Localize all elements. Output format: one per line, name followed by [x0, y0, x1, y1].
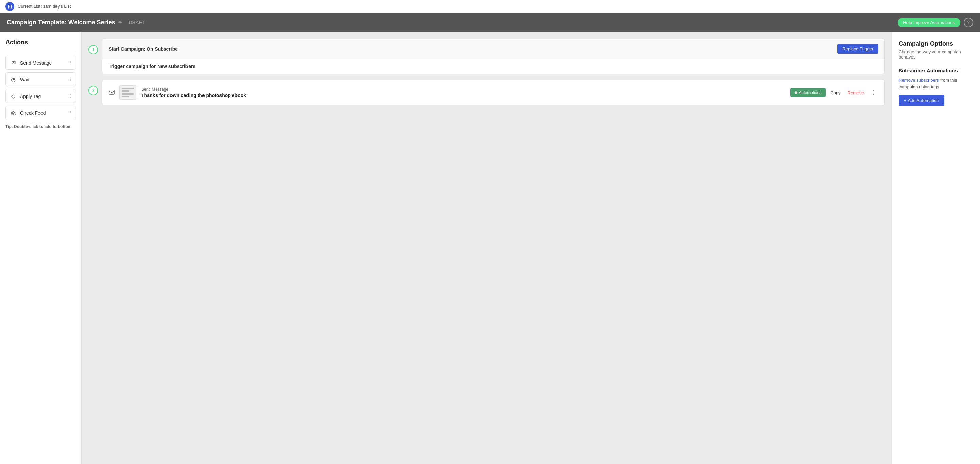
drag-handle-send-message: ⠿ — [68, 60, 72, 66]
sidebar-tip: Tip: Double-click to add to bottom — [5, 124, 76, 129]
apply-tag-icon: ◇ — [10, 93, 17, 99]
step-row-2: 2 Send Message: Thanks for downloadi — [89, 79, 885, 105]
automations-dot — [795, 91, 797, 94]
tip-text: Double-click to add to bottom — [13, 124, 72, 129]
wait-label: Wait — [20, 77, 29, 82]
campaign-title-bold: Template: Welcome Series — [38, 19, 115, 26]
thumb-line-1 — [122, 88, 134, 89]
trigger-body-bold: New subscribers — [157, 64, 195, 69]
top-bar: (() Current List: sam dey's List — [0, 0, 980, 13]
step2-actions: Automations Copy Remove ⋮ — [791, 88, 878, 97]
drag-handle-check-feed: ⠿ — [68, 110, 72, 116]
step-card-1-body: Trigger campaign for New subscribers — [102, 59, 885, 74]
apply-tag-label: Apply Tag — [20, 94, 41, 99]
sidebar-item-left: ✉ Send Message — [10, 60, 52, 66]
step-row-1: 1 Start Campaign: On Subscribe Replace T… — [89, 39, 885, 74]
add-automation-button[interactable]: + Add Automation — [899, 95, 944, 106]
sidebar-item-apply-tag[interactable]: ◇ Apply Tag ⠿ — [5, 89, 76, 103]
trigger-bold: On Subscribe — [147, 46, 178, 52]
drag-handle-wait: ⠿ — [68, 77, 72, 82]
sidebar-item-wait[interactable]: ◔ Wait ⠿ — [5, 73, 76, 86]
sidebar-item-check-feed[interactable]: Check Feed ⠿ — [5, 106, 76, 120]
check-feed-label: Check Feed — [20, 110, 46, 116]
canvas: 1 Start Campaign: On Subscribe Replace T… — [82, 32, 891, 464]
header-left: Campaign Template: Welcome Series ✏ DRAF… — [7, 19, 145, 26]
send-message-icon: ✉ — [10, 60, 17, 66]
sidebar-item-left: Check Feed — [10, 110, 46, 116]
drag-handle-apply-tag: ⠿ — [68, 94, 72, 99]
step-number-2: 2 — [89, 86, 98, 95]
step-card-2: Send Message: Thanks for downloading the… — [102, 79, 885, 105]
app-logo: (() — [5, 2, 14, 11]
more-button[interactable]: ⋮ — [869, 88, 878, 97]
step-card-1: Start Campaign: On Subscribe Replace Tri… — [102, 39, 885, 74]
logo-text: (() — [8, 4, 12, 9]
campaign-prefix: Campaign — [7, 19, 37, 26]
svg-rect-1 — [109, 90, 115, 94]
replace-trigger-button[interactable]: Replace Trigger — [837, 44, 878, 54]
tip-prefix: Tip: — [5, 124, 13, 129]
remove-button[interactable]: Remove — [846, 89, 866, 97]
right-panel-subtitle: Change the way your campaign behaves — [899, 49, 973, 60]
right-panel: Campaign Options Change the way your cam… — [891, 32, 980, 464]
trigger-body-prefix: Trigger campaign for — [108, 64, 157, 69]
question-button[interactable]: ? — [964, 18, 973, 27]
sidebar-item-left: ◔ Wait — [10, 76, 29, 83]
header-title: Campaign Template: Welcome Series — [7, 19, 115, 26]
wait-icon: ◔ — [10, 76, 17, 83]
subscriber-automations-text: Remove subscribers from this campaign us… — [899, 77, 973, 90]
remove-subscribers-link[interactable]: Remove subscribers — [899, 78, 939, 83]
message-icon — [108, 89, 115, 96]
step2-content: Send Message: Thanks for downloading the… — [141, 87, 786, 98]
sidebar-divider — [5, 50, 76, 50]
message-thumbnail — [119, 86, 137, 100]
main-layout: Actions ✉ Send Message ⠿ ◔ Wait ⠿ ◇ Appl… — [0, 32, 980, 464]
thumb-line-4 — [122, 96, 129, 97]
sidebar-item-left: ◇ Apply Tag — [10, 93, 41, 99]
sidebar-title: Actions — [5, 39, 76, 46]
copy-button[interactable]: Copy — [828, 89, 843, 97]
edit-icon[interactable]: ✏ — [118, 20, 123, 25]
sidebar-item-send-message[interactable]: ✉ Send Message ⠿ — [5, 56, 76, 70]
current-list-label: Current List: sam dey's List — [18, 4, 71, 9]
thumb-line-2 — [122, 91, 129, 92]
subscriber-automations-title: Subscriber Automations: — [899, 68, 973, 73]
step-number-1: 1 — [89, 45, 98, 54]
check-feed-icon — [10, 110, 17, 116]
automations-button[interactable]: Automations — [791, 88, 826, 97]
step-card-1-header: Start Campaign: On Subscribe Replace Tri… — [102, 39, 885, 59]
trigger-prefix: Start Campaign: — [108, 46, 147, 52]
thumb-line-3 — [122, 93, 134, 95]
step2-label: Send Message: — [141, 87, 786, 92]
right-panel-title: Campaign Options — [899, 40, 973, 47]
sidebar: Actions ✉ Send Message ⠿ ◔ Wait ⠿ ◇ Appl… — [0, 32, 82, 464]
header-right: Help Improve Automations ? — [898, 18, 973, 27]
trigger-title: Start Campaign: On Subscribe — [108, 46, 178, 52]
automations-label: Automations — [799, 90, 822, 95]
svg-point-0 — [11, 113, 13, 114]
draft-status: DRAFT — [129, 20, 145, 25]
header: Campaign Template: Welcome Series ✏ DRAF… — [0, 13, 980, 32]
help-improve-button[interactable]: Help Improve Automations — [898, 18, 960, 27]
send-message-label: Send Message — [20, 60, 52, 66]
step2-name: Thanks for downloading the photoshop ebo… — [141, 92, 786, 98]
